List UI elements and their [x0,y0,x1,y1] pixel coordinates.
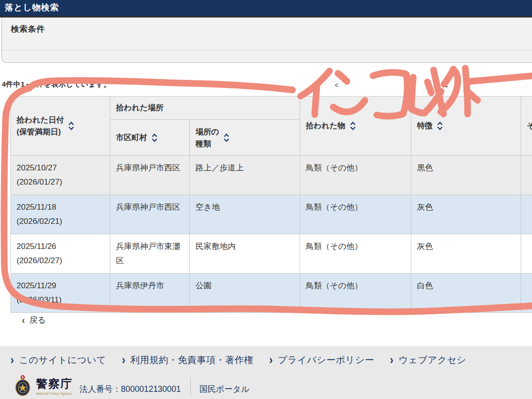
sort-arrows-icon[interactable] [350,121,356,131]
footer-link-privacy-policy[interactable]: › プライバシーポリシー [269,354,374,366]
table-row[interactable]: 2025/10/27(2026/01/27) 兵庫県神戸市西区 路上／歩道上 鳥… [11,156,532,195]
cell-date: 2025/11/18(2026/02/21) [11,195,110,234]
sort-arrows-icon[interactable] [151,133,158,143]
footer-divider [190,378,191,396]
column-header-item[interactable]: 拾われた物 [300,97,411,156]
column-header-feature[interactable]: 特徴 [411,97,521,156]
cell-feature: 灰色 [411,195,521,234]
cell-item: 鳥類（その他） [300,234,411,274]
cell-feature: 白色 [411,274,521,313]
table-row[interactable]: 2025/11/26(2026/02/27) 兵庫県神戸市東灘区 民家敷地内 鳥… [11,234,532,274]
chevron-right-icon: › [10,354,14,366]
results-bar: 4件中1～4件を表示しています。 < 1 [2,80,532,91]
annotation-text-stroke-ko1 [373,72,406,76]
search-conditions-panel: 検索条件 [1,18,532,63]
cell-other [521,234,532,274]
pagination-page-1[interactable]: 1 [444,80,448,89]
sort-arrows-icon[interactable] [223,133,230,143]
corporate-number: 法人番号：8000012130001 [80,383,181,395]
footer-link-web-accessibility[interactable]: › ウェブアクセシ [390,354,467,366]
cell-date: 2025/11/26(2026/02/27) [11,234,110,274]
cell-date: 2025/11/29(2026/03/11) [11,274,110,313]
footer-link-about-site[interactable]: › このサイトについて [10,354,106,366]
column-header-place-type[interactable]: 場所の 種類 [190,120,300,156]
cell-other [521,274,532,313]
cell-city: 兵庫県神戸市西区 [110,195,190,234]
agency-logotype: 警察庁 National Police Agency [36,376,73,395]
cell-place-type: 路上／歩道上 [190,156,300,195]
cell-item: 鳥類（その他） [300,195,411,234]
cell-feature: 黒色 [411,156,521,195]
pagination-prev-button[interactable]: < [335,81,338,89]
cell-other [521,156,532,195]
npa-emblem-logo [13,374,32,397]
cell-feature: 灰色 [411,234,521,274]
cell-item: 鳥類（その他） [300,274,411,313]
results-count: 4件中1～4件を表示しています。 [2,80,111,88]
column-header-date[interactable]: 拾われた日付 (保管満期日) [11,97,110,156]
cell-city: 兵庫県神戸市東灘区 [110,234,190,274]
column-header-city[interactable]: 市区町村 [110,120,190,156]
footer-links: › このサイトについて › 利用規約・免責事項・著作権 › プライバシーポリシー… [10,354,466,366]
table-row[interactable]: 2025/11/29(2026/03/11) 兵庫県伊丹市 公園 鳥類（その他）… [11,274,532,313]
cell-place-type: 公園 [190,274,300,313]
table-row[interactable]: 2025/11/18(2026/02/21) 兵庫県神戸市西区 空き地 鳥類（そ… [11,195,532,234]
cell-place-type: 空き地 [190,195,300,234]
agency-subtitle: National Police Agency [36,392,73,395]
cell-city: 兵庫県神戸市西区 [110,156,190,195]
page-header: 落とし物検索 [0,0,532,16]
results-table: 拾われた日付 (保管満期日) 拾われた場所 拾われた物 [10,96,532,313]
citizen-portal-link[interactable]: 国民ポータル [199,383,249,395]
back-link[interactable]: ‹ 戻る [22,314,46,326]
sort-arrows-icon[interactable] [68,121,74,131]
search-conditions-header[interactable]: 検索条件 [2,18,532,50]
chevron-right-icon: › [390,354,393,366]
footer-brand: 警察庁 National Police Agency 法人番号：80000121… [13,374,249,397]
cell-city: 兵庫県伊丹市 [110,274,190,313]
cell-place-type: 民家敷地内 [190,234,300,274]
page-title: 落とし物検索 [0,0,532,15]
page: 落とし物検索 検索条件 4件中1～4件を表示しています。 < 1 拾わ [0,0,532,399]
cell-date: 2025/10/27(2026/01/27) [11,156,110,195]
footer-link-terms[interactable]: › 利用規約・免責事項・著作権 [122,354,253,366]
agency-name: 警察庁 [36,376,73,391]
search-conditions-footer [2,50,532,62]
back-link-label: 戻る [29,314,46,326]
page-footer: › このサイトについて › 利用規約・免責事項・著作権 › プライバシーポリシー… [0,346,532,399]
chevron-right-icon: › [269,354,273,366]
column-header-place-group: 拾われた場所 [110,97,300,120]
column-header-other[interactable]: そ [521,97,532,156]
sort-arrows-icon[interactable] [437,121,443,131]
chevron-left-icon: ‹ [22,315,25,325]
chevron-right-icon: › [122,354,125,366]
cell-item: 鳥類（その他） [300,156,411,195]
cell-other [521,195,532,234]
search-conditions-title: 検索条件 [11,24,532,35]
